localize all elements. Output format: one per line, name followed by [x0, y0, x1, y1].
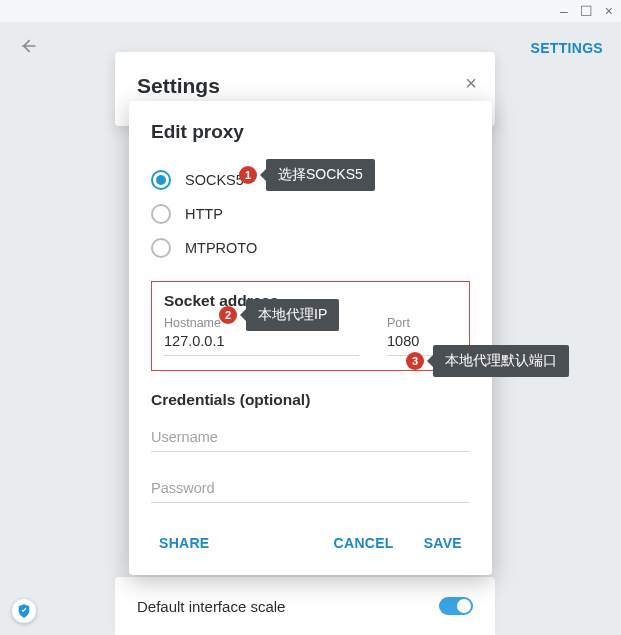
radio-http[interactable]: HTTP	[151, 197, 470, 231]
interface-scale-label: Default interface scale	[137, 598, 285, 615]
settings-link[interactable]: SETTINGS	[531, 40, 603, 56]
cancel-button[interactable]: CANCEL	[326, 529, 402, 557]
annotation-callout-2: 本地代理IP	[246, 299, 339, 331]
annotation-callout-3: 本地代理默认端口	[433, 345, 569, 377]
dialog-title: Edit proxy	[151, 121, 470, 143]
password-input[interactable]	[151, 474, 470, 503]
radio-icon	[151, 238, 171, 258]
settings-title: Settings	[137, 74, 473, 98]
radio-label: MTPROTO	[185, 240, 257, 256]
window-controls: – ☐ ×	[0, 0, 621, 22]
interface-scale-row: Default interface scale	[115, 577, 495, 635]
annotation-badge-3: 3	[406, 352, 424, 370]
radio-mtproto[interactable]: MTPROTO	[151, 231, 470, 265]
username-input[interactable]	[151, 423, 470, 452]
port-label: Port	[387, 316, 457, 330]
close-window-icon[interactable]: ×	[605, 3, 613, 19]
close-icon[interactable]: ×	[465, 72, 477, 95]
radio-label: HTTP	[185, 206, 223, 222]
annotation-callout-1: 选择SOCKS5	[266, 159, 375, 191]
credentials-heading: Credentials (optional)	[151, 391, 470, 409]
shield-icon[interactable]	[12, 599, 36, 623]
interface-scale-toggle[interactable]	[439, 597, 473, 615]
radio-icon	[151, 204, 171, 224]
back-icon[interactable]	[18, 36, 38, 60]
hostname-value: 127.0.0.1	[164, 333, 359, 351]
minimize-icon[interactable]: –	[560, 3, 568, 19]
share-button[interactable]: SHARE	[151, 529, 218, 557]
save-button[interactable]: SAVE	[416, 529, 470, 557]
radio-icon	[151, 170, 171, 190]
annotation-badge-2: 2	[219, 306, 237, 324]
maximize-icon[interactable]: ☐	[580, 3, 593, 19]
radio-label: SOCKS5	[185, 172, 244, 188]
dialog-actions: SHARE CANCEL SAVE	[151, 529, 470, 557]
annotation-badge-1: 1	[239, 166, 257, 184]
